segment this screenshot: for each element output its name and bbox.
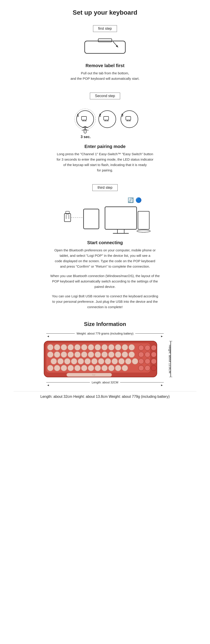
svg-point-4: [76, 110, 94, 128]
svg-rect-32: [64, 214, 71, 222]
step2-heading: Enter pairing mode: [14, 144, 196, 149]
page-title: Set up your keyboard: [14, 9, 196, 16]
svg-rect-110: [67, 373, 112, 376]
step3-desc2: When you use Bluetooth connection (Windo…: [14, 273, 196, 290]
svg-point-67: [101, 344, 108, 350]
svg-point-99: [54, 365, 60, 371]
svg-line-15: [82, 130, 84, 130]
height-label: Height: about 13.8CM: [168, 345, 171, 373]
svg-point-63: [74, 344, 80, 350]
svg-point-54: [145, 365, 150, 371]
svg-point-101: [68, 365, 74, 371]
svg-point-60: [54, 344, 60, 350]
svg-point-92: [98, 358, 104, 364]
step1-image: [14, 36, 196, 59]
svg-rect-19: [104, 116, 109, 120]
svg-point-49: [138, 352, 144, 357]
step3-section: third step 🔄 🔵: [14, 184, 196, 310]
size-title: Size Information: [14, 321, 196, 327]
svg-point-69: [115, 344, 121, 350]
svg-text:1: 1: [77, 113, 79, 117]
svg-point-95: [119, 358, 124, 364]
step2-desc: Long press the "Channel 1" Easy-Switch™ …: [14, 151, 196, 173]
size-footer-text: Length: about 32cm Height: about 13.8cm …: [40, 395, 170, 398]
svg-point-71: [129, 344, 135, 350]
step3-desc1: Open the Bluetooth preferences on your c…: [14, 248, 196, 269]
svg-point-100: [61, 365, 67, 371]
svg-point-84: [129, 352, 135, 358]
svg-rect-43: [138, 211, 149, 229]
svg-text:🔄: 🔄: [128, 197, 134, 203]
step3-heading: Start connecting: [14, 240, 196, 245]
svg-line-16: [86, 130, 88, 130]
svg-point-82: [115, 352, 121, 358]
svg-rect-39: [105, 207, 137, 229]
svg-point-76: [74, 352, 80, 358]
svg-point-65: [88, 344, 94, 350]
svg-point-104: [88, 365, 94, 371]
svg-text:logi: logi: [92, 374, 95, 376]
svg-text:3 sec.: 3 sec.: [81, 135, 90, 139]
svg-point-23: [121, 110, 138, 128]
svg-point-88: [71, 358, 77, 364]
svg-point-102: [74, 365, 80, 371]
height-bracket-top: [169, 341, 172, 341]
svg-point-61: [61, 344, 67, 350]
length-row: Length: about 32CM ◄ ►: [46, 381, 164, 387]
svg-point-98: [47, 365, 53, 371]
step1-heading: Remove label first: [14, 63, 196, 68]
svg-point-97: [132, 358, 138, 364]
svg-point-50: [145, 352, 150, 357]
svg-point-87: [64, 358, 70, 364]
svg-point-62: [68, 344, 74, 350]
svg-point-94: [112, 358, 118, 364]
svg-point-47: [138, 345, 144, 350]
svg-point-91: [91, 358, 97, 364]
length-label: Length: about 32CM: [90, 381, 120, 384]
svg-point-80: [101, 352, 108, 358]
step3-image: 🔄 🔵: [14, 196, 196, 236]
step3-illustration: 🔄 🔵: [58, 196, 152, 236]
weight-label: Weight: about 779 grams (including batte…: [75, 332, 135, 335]
svg-point-90: [85, 358, 90, 364]
step1-section: first step Remove label first Pull out t…: [14, 25, 196, 81]
svg-rect-7: [81, 116, 86, 120]
svg-point-48: [145, 345, 150, 350]
svg-point-52: [145, 358, 150, 364]
step2-label: Second step: [90, 92, 120, 99]
size-section: Size Information Weight: about 779 grams…: [14, 321, 196, 399]
svg-point-64: [81, 344, 87, 350]
svg-text:3: 3: [121, 113, 123, 117]
svg-point-96: [125, 358, 131, 364]
svg-point-59: [47, 344, 53, 350]
keyboard-row: logi Height: about 13.8CM: [42, 339, 168, 379]
height-bracket-bottom: [169, 377, 172, 377]
svg-rect-25: [126, 116, 131, 120]
step2-image: 1 2: [14, 104, 196, 140]
svg-point-106: [101, 365, 108, 371]
svg-point-53: [138, 365, 144, 371]
svg-point-86: [58, 358, 63, 364]
height-bracket-line: [170, 341, 171, 377]
weight-row: Weight: about 779 grams (including batte…: [46, 332, 164, 338]
svg-point-44: [137, 230, 150, 232]
svg-rect-37: [83, 209, 99, 229]
step3-label: third step: [92, 184, 118, 191]
size-footer: Length: about 32cm Height: about 13.8cm …: [14, 391, 196, 399]
svg-point-73: [54, 352, 60, 358]
svg-point-57: [151, 358, 156, 364]
svg-point-58: [151, 365, 156, 371]
svg-point-72: [47, 352, 53, 358]
step2-section: Second step 1: [14, 92, 196, 173]
svg-point-70: [122, 344, 128, 350]
svg-point-107: [109, 365, 114, 371]
svg-point-78: [88, 352, 94, 358]
svg-point-17: [99, 110, 116, 128]
step1-illustration: [78, 36, 132, 59]
svg-point-68: [109, 344, 114, 350]
step2-illustration: 1 2: [69, 104, 141, 140]
svg-point-105: [95, 365, 101, 371]
svg-point-55: [151, 345, 156, 350]
step3-desc3: You can use Logi Bolt USB receiver to co…: [14, 294, 196, 310]
svg-point-75: [68, 352, 74, 358]
